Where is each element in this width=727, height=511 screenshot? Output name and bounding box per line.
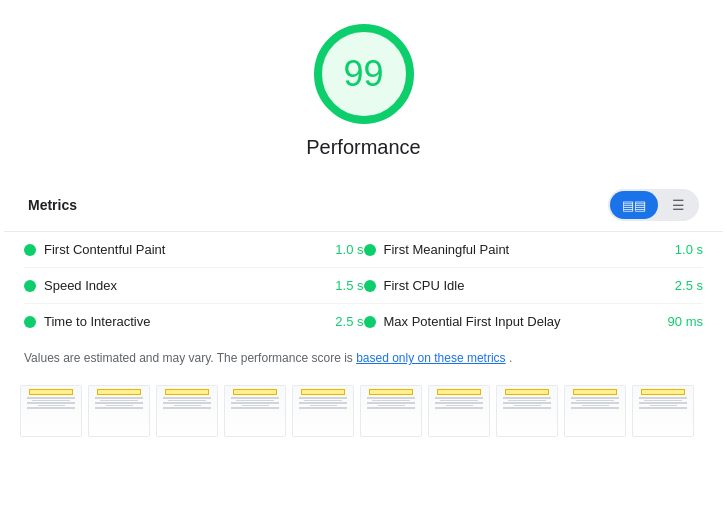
- score-circle: 99: [314, 24, 414, 124]
- si-dot: [24, 280, 36, 292]
- thumbnail-5: [292, 385, 354, 437]
- metric-row-fcp: First Contentful Paint 1.0 s: [24, 232, 364, 268]
- disclaimer-text-after: .: [509, 351, 512, 365]
- metric-row-si: Speed Index 1.5 s: [24, 268, 364, 304]
- disclaimer-link[interactable]: based only on these metrics: [356, 351, 505, 365]
- mpfid-name: Max Potential First Input Delay: [384, 314, 651, 329]
- metrics-title: Metrics: [28, 197, 77, 213]
- fci-dot: [364, 280, 376, 292]
- fci-name: First CPU Idle: [384, 278, 651, 293]
- list-icon: ☰: [672, 197, 685, 213]
- fmp-name: First Meaningful Paint: [384, 242, 651, 257]
- grid-icon: ▤▤: [622, 198, 646, 213]
- thumbnail-9: [564, 385, 626, 437]
- thumbnail-1: [20, 385, 82, 437]
- si-value: 1.5 s: [319, 278, 364, 293]
- metric-row-tti: Time to Interactive 2.5 s: [24, 304, 364, 339]
- fmp-dot: [364, 244, 376, 256]
- thumbnail-4: [224, 385, 286, 437]
- score-value: 99: [343, 53, 383, 95]
- tti-dot: [24, 316, 36, 328]
- score-label: Performance: [306, 136, 421, 159]
- grid-view-button[interactable]: ▤▤: [610, 191, 658, 219]
- score-section: 99 Performance: [0, 0, 727, 179]
- fci-value: 2.5 s: [658, 278, 703, 293]
- fcp-dot: [24, 244, 36, 256]
- fmp-value: 1.0 s: [658, 242, 703, 257]
- mpfid-dot: [364, 316, 376, 328]
- metric-row-fmp: First Meaningful Paint 1.0 s: [364, 232, 704, 268]
- disclaimer: Values are estimated and may vary. The p…: [0, 339, 727, 377]
- si-name: Speed Index: [44, 278, 311, 293]
- metrics-grid: First Contentful Paint 1.0 s First Meani…: [0, 232, 727, 339]
- thumbnail-10: [632, 385, 694, 437]
- thumbnail-7: [428, 385, 490, 437]
- thumbnails-section: [0, 377, 727, 445]
- thumbnail-2: [88, 385, 150, 437]
- tti-value: 2.5 s: [319, 314, 364, 329]
- fcp-name: First Contentful Paint: [44, 242, 311, 257]
- list-view-button[interactable]: ☰: [660, 191, 697, 219]
- tti-name: Time to Interactive: [44, 314, 311, 329]
- metrics-header: Metrics ▤▤ ☰: [4, 179, 723, 232]
- metric-row-fci: First CPU Idle 2.5 s: [364, 268, 704, 304]
- thumbnail-3: [156, 385, 218, 437]
- thumbnail-6: [360, 385, 422, 437]
- metric-row-mpfid: Max Potential First Input Delay 90 ms: [364, 304, 704, 339]
- thumbnail-8: [496, 385, 558, 437]
- mpfid-value: 90 ms: [658, 314, 703, 329]
- disclaimer-text-before: Values are estimated and may vary. The p…: [24, 351, 356, 365]
- view-toggle: ▤▤ ☰: [608, 189, 699, 221]
- fcp-value: 1.0 s: [319, 242, 364, 257]
